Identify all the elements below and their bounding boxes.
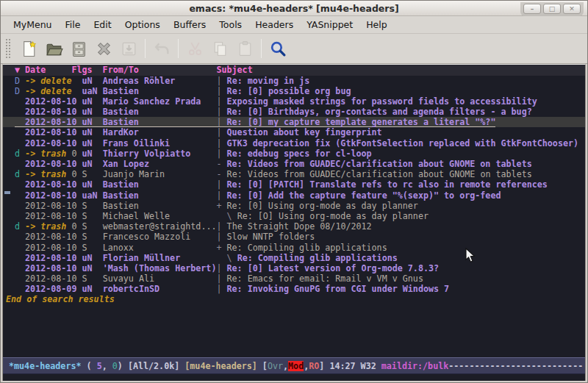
modeline-segment-def: ( <box>82 361 97 371</box>
message-row[interactable]: 2012-08-10 uN 'Mash (Thomas Herbert)| Re… <box>3 263 585 273</box>
message-row-text: 2012-08-10 uN 'Mash (Thomas Herbert)| Re… <box>15 263 439 273</box>
message-row-text: 2012-08-10 S Bastien + Re: [0] Using org… <box>15 201 418 211</box>
message-row[interactable]: d -> trash 0 uN Thierry Volpiatto | Re: … <box>3 148 585 159</box>
message-row[interactable]: D -> delete uN Andreas Röhler | Re: movi… <box>3 76 585 86</box>
copy-icon <box>211 40 229 58</box>
message-row-text: 2012-08-10 uN Frans Oilinki | GTK3 depre… <box>15 138 578 148</box>
window-controls: –□✕ <box>520 2 584 16</box>
new-file-icon <box>20 40 38 58</box>
modeline-segment-buf: *mu4e-headers* <box>9 361 82 371</box>
message-row-text: 2012-08-10 uaN Bastien | Re: [0] Add the… <box>15 190 501 201</box>
message-row-text: 2012-08-10 S Lanoxx + Re: Compiling glib… <box>15 243 387 253</box>
message-row-text: 2012-08-10 S Suvayu Ali | Re: Emacs for … <box>15 273 423 284</box>
message-list: D -> delete uN Andreas Röhler | Re: movi… <box>3 76 585 295</box>
message-row-text: D -> delete uN Andreas Röhler | Re: movi… <box>15 76 309 86</box>
paste-icon <box>236 40 254 58</box>
message-row[interactable]: d -> trash 0 S webmaster@straightd...| T… <box>3 221 585 232</box>
message-row[interactable]: 2012-08-10 S Michael Welle \ Re: [O] Usi… <box>3 211 585 221</box>
kill-buffer-button[interactable] <box>91 37 116 60</box>
message-row[interactable]: 2012-08-10 uaN Bastien | Re: [0] Add the… <box>3 190 585 201</box>
message-row-current[interactable]: 2012-08-10 uN Bastien | Re: [0] my captu… <box>3 117 585 127</box>
modeline-segment-def: , <box>102 361 112 371</box>
message-row-text: d -> trash 0 S webmaster@straightd...| T… <box>15 221 372 232</box>
message-row[interactable]: 2012-08-10 S Bastien + Re: [0] Using org… <box>3 201 585 211</box>
modeline-segment-n1: 5 <box>97 361 102 371</box>
message-row[interactable]: 2012-08-09 uN robertcInSD | Re: Invoking… <box>3 284 585 294</box>
modeline-segment-def: [All/2.0k] <box>128 361 184 371</box>
dired-button[interactable] <box>66 37 91 60</box>
copy-button <box>207 37 232 60</box>
message-row[interactable]: 2012-08-10 uN Florian Müllner \ Re: Comp… <box>3 253 585 263</box>
message-row[interactable]: 2012-08-10 uN HardKor | Question about k… <box>3 127 585 137</box>
close-button[interactable]: ✕ <box>563 4 581 14</box>
menu-bar: MyMenuFileEditOptionsBuffersToolsHeaders… <box>1 16 587 34</box>
menu-mymenu[interactable]: MyMenu <box>7 17 59 32</box>
mode-line[interactable]: *mu4e-headers* ( 5, 0) [All/2.0k] [mu4e-… <box>3 357 585 374</box>
message-row-text: 2012-08-10 S Francesco Mazzoli | Slow NN… <box>15 232 315 242</box>
message-row-text: 2012-08-10 uN Florian Müllner \ Re: Comp… <box>15 253 398 263</box>
end-of-results-label: End of search results <box>3 294 585 304</box>
modeline-segment-def: ) <box>118 361 128 371</box>
toolbar-separator <box>145 39 146 58</box>
modeline-segment-mod: Mod <box>288 361 304 371</box>
menu-help[interactable]: Help <box>359 17 394 32</box>
dired-icon <box>70 40 88 58</box>
message-row[interactable]: 2012-08-10 uN Mario Sanchez Prada | Expo… <box>3 96 585 107</box>
emacs-window: emacs: *mu4e-headers* [mu4e-headers] –□✕… <box>0 0 588 383</box>
minimize-button[interactable]: – <box>523 4 541 14</box>
headers-column-header[interactable]: ▼ Date Flgs From/To Subject <box>3 65 585 76</box>
modeline-segment-def: 14:27 W32 <box>329 361 381 371</box>
search-button[interactable] <box>265 37 290 60</box>
message-row[interactable]: 2012-08-10 uN Bastien | Re: [0] Birthday… <box>3 107 585 117</box>
modeline-segment-def: -------------------------- <box>448 361 583 371</box>
empty-buffer-space[interactable] <box>3 305 585 357</box>
message-row[interactable]: 2012-08-10 S Lanoxx + Re: Compiling glib… <box>3 243 585 253</box>
message-row-text: 2012-08-09 uN robertcInSD | Re: Invoking… <box>15 284 449 294</box>
save-buffer-icon <box>120 40 138 58</box>
message-row[interactable]: D -> delete uaN Bastien | Re: [0] possib… <box>3 86 585 96</box>
message-row-text: 2012-08-10 uN Mario Sanchez Prada | Expo… <box>15 96 537 107</box>
modeline-segment-def: ] <box>319 361 329 371</box>
maximize-button[interactable]: □ <box>543 4 561 14</box>
message-row[interactable]: d -> trash 0 S Juanjo Marin - Re: Videos… <box>3 169 585 179</box>
kill-buffer-icon <box>95 40 113 58</box>
message-row-text: 2012-08-10 uN Bastien | Re: [0] [PATCH] … <box>15 179 548 190</box>
modeline-segment-def: , <box>283 361 288 371</box>
message-row-text: 2012-08-10 uN Xan Lopez - Re: Videos fro… <box>15 159 532 169</box>
buffer-area: ▼ Date Flgs From/To Subject D -> delete … <box>2 64 586 381</box>
title-bar[interactable]: emacs: *mu4e-headers* [mu4e-headers] –□✕ <box>1 1 587 16</box>
toolbar <box>1 34 587 64</box>
paste-button <box>232 37 257 60</box>
menu-headers[interactable]: Headers <box>248 17 300 32</box>
message-row[interactable]: 2012-08-10 uN Xan Lopez - Re: Videos fro… <box>3 159 585 169</box>
menu-options[interactable]: Options <box>118 17 167 32</box>
menu-tools[interactable]: Tools <box>212 17 248 32</box>
message-row-text: 2012-08-10 uN HardKor | Question about k… <box>15 127 382 137</box>
undo-button <box>149 37 174 60</box>
undo-icon <box>153 40 171 58</box>
toolbar-drag-handle[interactable] <box>5 38 12 59</box>
menu-edit[interactable]: Edit <box>87 17 118 32</box>
modeline-segment-def: [ <box>257 361 268 371</box>
echo-area[interactable] <box>3 374 585 381</box>
message-row[interactable]: 2012-08-10 uN Bastien | Re: [0] [PATCH] … <box>3 179 585 190</box>
message-row[interactable]: 2012-08-10 S Suvayu Ali | Re: Emacs for … <box>3 273 585 284</box>
open-file-icon <box>45 40 63 58</box>
message-row-text: d -> trash 0 uN Thierry Volpiatto | Re: … <box>15 148 372 159</box>
menu-file[interactable]: File <box>59 17 87 32</box>
toolbar-separator <box>178 39 179 58</box>
search-icon <box>269 40 287 58</box>
message-row[interactable]: 2012-08-10 uN Frans Oilinki | GTK3 depre… <box>3 138 585 148</box>
message-row-text: 2012-08-10 S Michael Welle \ Re: [O] Usi… <box>15 211 429 221</box>
modeline-segment-n2: 0 <box>112 361 118 371</box>
fringe-current-line-indicator <box>4 191 10 194</box>
new-file-button[interactable] <box>16 37 41 60</box>
menu-yasnippet[interactable]: YASnippet <box>300 17 359 32</box>
menu-buffers[interactable]: Buffers <box>167 17 212 32</box>
message-row-text: 2012-08-10 uN Bastien | Re: [0] my captu… <box>15 117 495 127</box>
modeline-segment-ro: RO <box>309 361 319 371</box>
open-file-button[interactable] <box>41 37 66 60</box>
message-row[interactable]: 2012-08-10 S Francesco Mazzoli | Slow NN… <box>3 232 585 242</box>
cut-icon <box>186 40 204 58</box>
message-row-text: 2012-08-10 uN Bastien | Re: [0] Birthday… <box>15 107 532 117</box>
